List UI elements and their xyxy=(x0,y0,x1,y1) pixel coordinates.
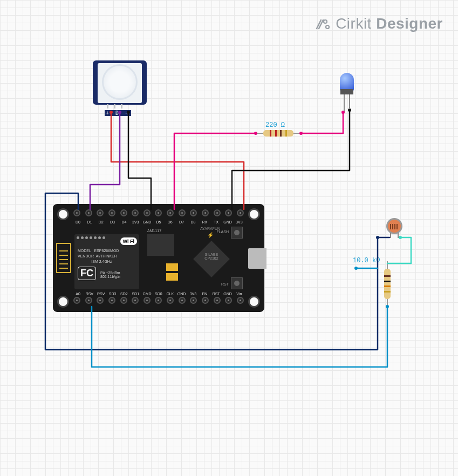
pin-clk[interactable] xyxy=(167,297,174,304)
pin-label: A0 xyxy=(73,292,83,296)
resistor-10k-label: 10.0 kΩ xyxy=(353,257,380,264)
pin-a0[interactable] xyxy=(73,297,80,304)
pin-gnd[interactable] xyxy=(179,297,186,304)
pin-label: D5 xyxy=(154,220,163,224)
pin-label: CMD xyxy=(142,292,152,296)
pin-label: D6 xyxy=(166,220,175,224)
pin-label: RST xyxy=(211,292,221,296)
pin-gnd[interactable] xyxy=(143,209,151,216)
pin-header-bottom xyxy=(73,297,244,307)
pin-rx[interactable] xyxy=(202,209,209,216)
pin-d3[interactable] xyxy=(108,209,115,216)
pin-label: Vin xyxy=(235,292,244,296)
pin-d1[interactable] xyxy=(85,209,92,216)
flash-button[interactable] xyxy=(231,227,243,239)
esp-shield: Wi Fi MODEL ESP8266MOD VENDOR AI/THINKER… xyxy=(74,234,139,289)
pin-labels-top: D0D1D2D3D43V3GNDD5D6D7D8RXTXGND3V3 xyxy=(73,220,244,224)
pin-label: 3V3 xyxy=(235,220,244,224)
pin-label: GND xyxy=(177,292,186,296)
brand-watermark: Cirkit Designer xyxy=(316,15,443,32)
pin-3v3[interactable] xyxy=(237,209,244,216)
pin-sd1[interactable] xyxy=(132,297,139,304)
brand-text-2: Designer xyxy=(376,15,443,32)
pin-d5[interactable] xyxy=(155,209,162,216)
brand-text-1: Cirkit xyxy=(336,15,372,32)
pin-d0[interactable] xyxy=(73,209,80,216)
esp8266-nodemcu[interactable]: D0D1D2D3D43V3GNDD5D6D7D8RXTXGND3V3 A0RSV… xyxy=(53,204,264,312)
flash-label: FLASH xyxy=(216,230,229,234)
pin-label: D1 xyxy=(85,220,94,224)
pin-label: D4 xyxy=(119,220,128,224)
pin-label: SD1 xyxy=(131,292,140,296)
pin-label: GND xyxy=(223,220,232,224)
pin-label: 3V3 xyxy=(188,292,197,296)
pin-labels-bottom: A0RSVRSVSD3SD2SD1CMDSD0CLKGND3V3ENRSTGND… xyxy=(73,292,244,296)
regulator-label: AM1117 xyxy=(147,229,161,233)
pin-label: CLK xyxy=(166,292,175,296)
pin-sd2[interactable] xyxy=(120,297,127,304)
pin-gnd[interactable] xyxy=(225,209,232,216)
pin-d4[interactable] xyxy=(120,209,127,216)
shield-text: MODEL ESP8266MOD VENDOR AI/THINKER ISM 2… xyxy=(78,248,119,264)
pin-d7[interactable] xyxy=(179,209,186,216)
pin-label: D3 xyxy=(108,220,117,224)
pin-sd3[interactable] xyxy=(108,297,115,304)
pin-3v3[interactable] xyxy=(190,297,197,304)
resistor-220-label: 220 Ω xyxy=(265,121,285,129)
resistor-10k[interactable] xyxy=(384,269,391,299)
brand-icon xyxy=(316,18,330,30)
pin-label: SD3 xyxy=(108,292,117,296)
capacitor-icon xyxy=(166,273,178,281)
pin-label: RX xyxy=(200,220,209,224)
pin-d8[interactable] xyxy=(190,209,197,216)
pin-label: D0 xyxy=(73,220,83,224)
board-brand: AYARAFUN xyxy=(200,227,220,230)
pin-rsv[interactable] xyxy=(85,297,92,304)
pin-label: D2 xyxy=(97,220,106,224)
svg-point-1 xyxy=(326,25,329,29)
pin-label: TX xyxy=(211,220,221,224)
voltage-regulator xyxy=(147,234,174,256)
wifi-antenna-icon xyxy=(56,243,71,273)
ldr-photoresistor[interactable] xyxy=(386,218,402,234)
pin-rst[interactable] xyxy=(214,297,221,304)
pin-label: RSV xyxy=(85,292,94,296)
pin-label: D7 xyxy=(177,220,186,224)
pin-en[interactable] xyxy=(202,297,209,304)
pin-sd0[interactable] xyxy=(155,297,162,304)
wifi-badge: Wi Fi xyxy=(120,237,137,245)
pin-rsv[interactable] xyxy=(97,297,104,304)
pir-sensor[interactable]: + D − xyxy=(93,60,147,106)
pin-3v3[interactable] xyxy=(132,209,139,216)
bolt-icon: ⚡ xyxy=(207,232,214,238)
pin-label: SD0 xyxy=(154,292,163,296)
pin-tx[interactable] xyxy=(214,209,221,216)
pin-gnd[interactable] xyxy=(225,297,232,304)
pin-label: D8 xyxy=(188,220,197,224)
pin-label: 3V3 xyxy=(131,220,140,224)
pin-header-top xyxy=(73,209,244,219)
capacitor-icon xyxy=(166,263,178,271)
led-blue[interactable] xyxy=(334,73,357,113)
usb-chip-label: SILABSCP2102 xyxy=(200,253,223,260)
svg-point-0 xyxy=(324,20,327,23)
rst-label: RST xyxy=(221,282,229,286)
pin-vin[interactable] xyxy=(237,297,244,304)
pir-pin-labels: + D − xyxy=(105,110,131,116)
pin-d2[interactable] xyxy=(97,209,104,216)
pin-label: RSV xyxy=(97,292,106,296)
pin-label: GND xyxy=(223,292,232,296)
pin-label: EN xyxy=(200,292,209,296)
micro-usb-port xyxy=(248,248,266,269)
fcc-logo: FC xyxy=(78,267,96,280)
reset-button[interactable] xyxy=(231,277,243,289)
pin-label: SD2 xyxy=(119,292,128,296)
pin-cmd[interactable] xyxy=(143,297,151,304)
pin-d6[interactable] xyxy=(167,209,174,216)
pin-label: GND xyxy=(142,220,152,224)
resistor-220[interactable] xyxy=(263,130,293,137)
